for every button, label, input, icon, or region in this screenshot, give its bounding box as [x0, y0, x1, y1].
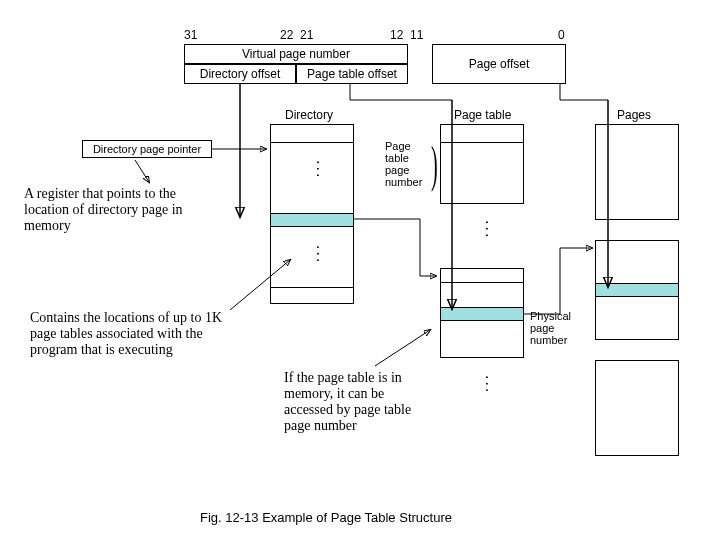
bit-21: 21: [300, 28, 313, 42]
dots-icon: ···: [309, 160, 327, 179]
pages-mid: [595, 240, 679, 340]
pt-highlight: [441, 307, 523, 321]
ppn-label: Physical page number: [530, 310, 590, 346]
pagetable-label: Page table: [454, 108, 511, 122]
bit-0: 0: [558, 28, 565, 42]
bit-22: 22: [280, 28, 293, 42]
dir-offset-box: Directory offset: [184, 64, 296, 84]
bit-31: 31: [184, 28, 197, 42]
ptpn-label: Page table page number: [385, 140, 435, 188]
bit-12: 12: [390, 28, 403, 42]
dots-icon: ···: [478, 220, 496, 239]
dots-icon: ···: [309, 245, 327, 264]
pages-upper: [595, 124, 679, 220]
vpn-box: Virtual page number: [184, 44, 408, 64]
pages-lower: [595, 360, 679, 456]
bit-11: 11: [410, 28, 423, 42]
pages-label: Pages: [617, 108, 651, 122]
dots-icon: ···: [478, 375, 496, 394]
svg-line-8: [135, 160, 149, 182]
directory-box: ··· ···: [270, 124, 354, 304]
pt-lower: [440, 268, 524, 358]
directory-label: Directory: [285, 108, 333, 122]
pt-upper: [440, 124, 524, 204]
dir-highlight: [271, 213, 353, 227]
annotation-register: A register that points to the location o…: [24, 186, 224, 234]
brace-icon: ): [431, 135, 438, 193]
annotation-directory: Contains the locations of up to 1K page …: [30, 310, 230, 358]
dir-page-pointer: Directory page pointer: [82, 140, 212, 158]
page-offset-box: Page offset: [432, 44, 566, 84]
svg-line-10: [375, 330, 430, 366]
annotation-pagetable: If the page table is in memory, it can b…: [284, 370, 424, 434]
pages-highlight: [596, 283, 678, 297]
figure-caption: Fig. 12-13 Example of Page Table Structu…: [200, 510, 452, 525]
pt-offset-box: Page table offset: [296, 64, 408, 84]
